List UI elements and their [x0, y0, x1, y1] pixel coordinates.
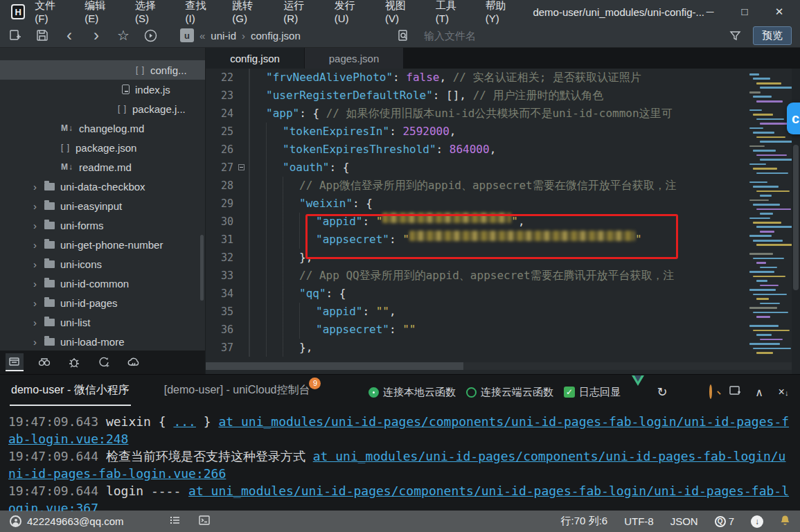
code-token: : { — [299, 105, 326, 123]
tree-item-uni-easyinput[interactable]: ›uni-easyinput — [0, 196, 205, 215]
code-line[interactable]: 28// App微信登录所用到的appid、appsecret需要在微信开放平台… — [206, 177, 800, 195]
maximize-button[interactable]: □ — [739, 6, 750, 18]
code-area[interactable]: 22"frvNeedAlivePhoto": false, // 实名认证相关;… — [206, 69, 800, 357]
encoding-indicator[interactable]: UTF-8 — [624, 515, 654, 527]
tree-item-config[interactable]: [ ]config... — [0, 60, 205, 80]
minimize-button[interactable]: ─ — [704, 6, 715, 18]
tree-item-uni-id-common[interactable]: ›uni-id-common — [0, 274, 205, 293]
code-line[interactable]: 35"appid": "", — [206, 303, 800, 321]
floating-assistant-button[interactable]: c — [787, 103, 800, 134]
new-terminal-icon[interactable] — [728, 386, 742, 399]
code-line[interactable]: 36"appsecret": "" — [206, 321, 800, 339]
favorite-star-icon[interactable]: ☆ — [116, 28, 130, 42]
run-icon[interactable] — [143, 28, 157, 42]
code-line[interactable]: 37}, — [206, 339, 800, 357]
notification-bell-icon[interactable] — [780, 515, 790, 528]
new-file-icon[interactable] — [8, 28, 22, 42]
collapse-panel-icon[interactable]: ∧ — [752, 386, 766, 399]
log-search-icon[interactable] — [704, 386, 718, 398]
code-line[interactable]: 33// App QQ登录所用到的appid、appsecret需要在腾讯开放平… — [206, 267, 800, 285]
tree-item-uni-get-phone-number[interactable]: ›uni-get-phone-number — [0, 235, 205, 254]
fold-collapse-icon[interactable] — [238, 164, 245, 170]
tree-item-indexjs[interactable]: index.js — [0, 80, 205, 99]
log-entry: 19:47:09.644 检查当前环境是否支持这种登录方式 at uni_mod… — [8, 447, 792, 482]
tree-item-readmemd[interactable]: M↓readme.md — [0, 157, 205, 177]
menu-item[interactable]: 发行(U) — [335, 0, 364, 24]
code-line[interactable]: 22"frvNeedAlivePhoto": false, // 实名认证相关;… — [206, 69, 800, 87]
menu-item[interactable]: 运行(R) — [283, 0, 313, 24]
radio-icon — [368, 387, 379, 398]
console-tab[interactable]: [demo-user] - uniCloud控制台9 — [163, 379, 312, 406]
code-line[interactable]: 34"qq": { — [206, 285, 800, 303]
line-number: 27 — [206, 159, 238, 177]
tree-item-uni-forms[interactable]: ›uni-forms — [0, 215, 205, 235]
restart-icon[interactable]: ↻ — [655, 384, 669, 400]
menu-item[interactable]: 选择(S) — [135, 0, 165, 24]
minimap-line — [753, 258, 784, 260]
checkbox-checked[interactable]: ✓日志回显 — [564, 386, 621, 399]
radio-unchecked[interactable]: 连接云端云函数 — [466, 386, 553, 399]
cursor-position[interactable]: 行:70 列:6 — [561, 515, 608, 528]
cloud-view-icon[interactable] — [125, 353, 143, 371]
save-icon[interactable] — [35, 28, 49, 42]
redacted-value — [382, 213, 511, 223]
tree-item-uni-list[interactable]: ›uni-list — [0, 312, 205, 332]
radio-checked[interactable]: 连接本地云函数 — [368, 386, 456, 399]
editor-hscroll[interactable] — [206, 362, 792, 370]
editor-tab-pagesjson[interactable]: pages.json — [305, 48, 403, 69]
clear-log-icon[interactable]: ×↓ — [776, 386, 790, 398]
menu-item[interactable]: 工具(T) — [436, 0, 465, 24]
breadcrumb-collapse[interactable]: « — [199, 30, 205, 42]
preview-button[interactable]: 预览 — [753, 26, 792, 45]
code-line[interactable]: 31"appsecret": "" — [206, 231, 800, 249]
editor-tab-configjson[interactable]: config.json — [206, 48, 304, 69]
code-line[interactable]: 23"userRegisterDefaultRole": [], // 用户注册… — [206, 87, 800, 105]
message-center[interactable]: Q 7 — [715, 515, 734, 527]
tree-item-packagej[interactable]: [ ]package.j... — [0, 99, 205, 118]
terminal-icon[interactable] — [199, 515, 210, 527]
code-line[interactable]: 25"tokenExpiresIn": 2592000, — [206, 123, 800, 141]
tree-item-uni-icons[interactable]: ›uni-icons — [0, 254, 205, 274]
editor-vscroll-thumb[interactable] — [793, 145, 799, 290]
menu-item[interactable]: 视图(V) — [385, 0, 415, 24]
code-line[interactable]: 27"oauth": { — [206, 159, 800, 177]
menu-item[interactable]: 文件(F) — [35, 0, 64, 24]
console-log-output: 19:47:09.643 weixin { ... } at uni_modul… — [0, 409, 800, 511]
breadcrumb-folder[interactable]: uni-id — [211, 30, 236, 42]
tree-item-uni-id-pages[interactable]: ›uni-id-pages — [0, 293, 205, 312]
minimap[interactable] — [749, 71, 791, 364]
search-view-icon[interactable] — [35, 353, 53, 371]
console-tab[interactable]: demo-user - 微信小程序 — [10, 379, 131, 406]
files-view-icon[interactable] — [6, 353, 24, 371]
back-icon[interactable]: ‹ — [62, 28, 76, 42]
sidebar-scrollbar[interactable] — [200, 235, 204, 301]
code-line[interactable]: 24"app": { // 如果你使用旧版本uni-id公共模块而不是uni-i… — [206, 105, 800, 123]
filename-search-input[interactable] — [424, 30, 687, 42]
menu-item[interactable]: 跳转(G) — [232, 0, 263, 24]
filter-funnel-icon[interactable] — [728, 28, 742, 42]
language-mode[interactable]: JSON — [670, 515, 698, 527]
outline-list-icon[interactable] — [170, 515, 181, 527]
forward-icon[interactable]: › — [89, 28, 103, 42]
log-source-link[interactable]: ... — [173, 414, 196, 429]
run-flow-icon[interactable] — [95, 353, 113, 371]
menu-item[interactable]: 编辑(E) — [85, 0, 114, 24]
debug-view-icon[interactable] — [65, 353, 83, 371]
tree-item-uni-load-more[interactable]: ›uni-load-more — [0, 332, 205, 351]
main-toolbar: ‹ › ☆ u « uni-id › config.json 预览 — [0, 24, 800, 48]
update-download-icon[interactable]: ↓ — [751, 515, 763, 528]
code-line[interactable]: 30"appid": "", — [206, 213, 800, 231]
code-line[interactable]: 26"tokenExpiresThreshold": 864000, — [206, 141, 800, 159]
close-button[interactable]: ✕ — [774, 6, 785, 18]
editor-hscroll-thumb[interactable] — [206, 362, 463, 370]
breadcrumb-file[interactable]: config.json — [251, 30, 301, 42]
menu-item[interactable]: 帮助(Y) — [486, 0, 515, 24]
code-line[interactable]: 29"weixin": { — [206, 195, 800, 213]
code-line[interactable]: 32}, — [206, 249, 800, 267]
account-email[interactable]: 422249663@qq.com — [27, 515, 124, 527]
uniapp-badge-icon[interactable]: u — [180, 28, 194, 42]
tree-item-uni-data-checkbox[interactable]: ›uni-data-checkbox — [0, 177, 205, 196]
menu-item[interactable]: 查找(I) — [186, 0, 212, 24]
tree-item-packagejson[interactable]: [ ]package.json — [0, 138, 205, 157]
tree-item-changelogmd[interactable]: M↓changelog.md — [0, 118, 205, 138]
